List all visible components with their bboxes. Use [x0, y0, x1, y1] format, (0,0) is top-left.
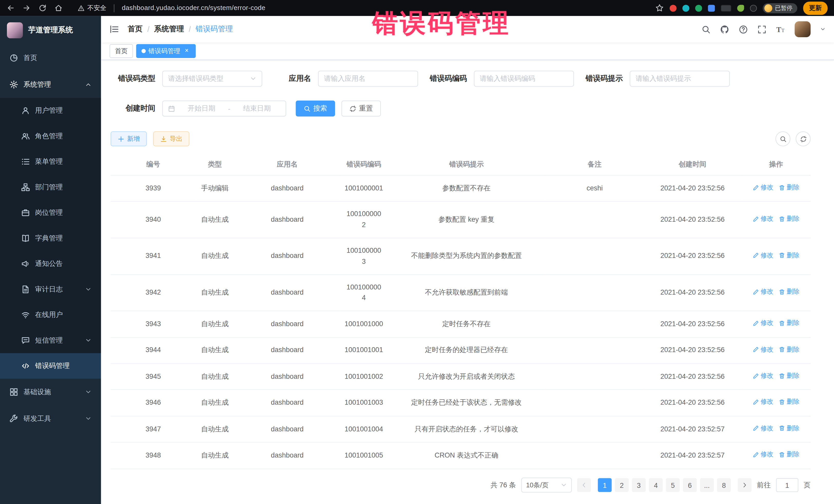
viewport: 不安全 dashboard.yudao.iocoder.cn/system/er… [0, 0, 834, 504]
sidebar-item-infra[interactable]: 基础设施 [0, 379, 101, 406]
page-button-8[interactable]: 8 [717, 478, 731, 492]
bookmark-star-icon[interactable] [655, 4, 664, 12]
prev-page-button[interactable] [577, 478, 591, 492]
tab-error-code[interactable]: 错误码管理× [136, 44, 196, 58]
browser-reload-button[interactable] [38, 4, 47, 12]
page-button-2[interactable]: 2 [615, 478, 629, 492]
cell-ops: 修改删除 [741, 275, 810, 311]
sidebar-item-post[interactable]: 岗位管理 [0, 200, 101, 225]
error-msg-input[interactable]: 请输入错误码提示 [630, 71, 730, 87]
url-text[interactable]: dashboard.yudao.iocoder.cn/system/error-… [122, 4, 266, 12]
delete-button[interactable]: 删除 [778, 344, 799, 355]
goto-page-input[interactable] [776, 478, 798, 492]
extension-icon[interactable] [737, 5, 744, 12]
search-icon[interactable] [702, 25, 710, 34]
edit-button[interactable]: 修改 [753, 182, 773, 193]
sidebar-item-user[interactable]: 用户管理 [0, 98, 101, 123]
sidebar-item-dept[interactable]: 部门管理 [0, 175, 101, 200]
paused-badge[interactable]: 已暂停 [763, 3, 797, 13]
edit-button[interactable]: 修改 [753, 423, 773, 434]
user-avatar[interactable] [795, 21, 811, 37]
sidebar-item-label: 首页 [23, 53, 91, 63]
search-button[interactable]: 搜索 [295, 101, 335, 116]
delete-button[interactable]: 删除 [778, 423, 799, 434]
delete-button[interactable]: 删除 [778, 397, 799, 407]
github-icon[interactable] [720, 25, 729, 34]
app-name-input[interactable]: 请输入应用名 [318, 71, 418, 87]
page-ellipsis[interactable]: ... [700, 478, 714, 492]
sidebar-item-sms[interactable]: 短信管理 [0, 328, 101, 353]
sidebar-item-error-code[interactable]: 错误码管理 [0, 353, 101, 378]
sidebar-collapse-button[interactable] [110, 24, 119, 34]
tab-home[interactable]: 首页 [110, 44, 133, 58]
tab-close-icon[interactable]: × [183, 47, 191, 54]
pencil-icon [753, 252, 759, 259]
breadcrumb-home[interactable]: 首页 [128, 24, 142, 34]
security-warning[interactable]: 不安全 [78, 3, 107, 12]
page-button-1[interactable]: 1 [598, 478, 612, 492]
delete-button[interactable]: 删除 [778, 250, 799, 261]
edit-button[interactable]: 修改 [753, 344, 773, 355]
sidebar-item-audit-log[interactable]: 审计日志 [0, 277, 101, 302]
cell-msg: 定时任务不存在 [387, 311, 546, 337]
fullscreen-icon[interactable] [758, 25, 767, 34]
page-button-6[interactable]: 6 [683, 478, 697, 492]
sidebar-item-role[interactable]: 角色管理 [0, 124, 101, 149]
delete-button[interactable]: 删除 [778, 182, 799, 193]
page-button-5[interactable]: 5 [666, 478, 680, 492]
update-button[interactable]: 更新 [803, 1, 828, 15]
chevron-down-icon[interactable] [820, 27, 826, 32]
column-header: 操作 [741, 154, 810, 175]
sidebar-item-menu[interactable]: 菜单管理 [0, 149, 101, 174]
add-button[interactable]: 新增 [111, 131, 147, 146]
chevron-down-icon [85, 286, 92, 292]
browser-forward-button[interactable] [22, 4, 31, 12]
delete-button[interactable]: 删除 [778, 318, 799, 328]
error-code-input[interactable]: 请输入错误码编码 [474, 71, 574, 87]
delete-button[interactable]: 删除 [778, 450, 799, 460]
edit-button[interactable]: 修改 [753, 450, 773, 460]
next-page-button[interactable] [738, 478, 752, 492]
cell-ops: 修改删除 [741, 238, 810, 275]
delete-button[interactable]: 删除 [778, 214, 799, 224]
refresh-table-button[interactable] [796, 131, 811, 146]
sidebar-item-devtools[interactable]: 研发工具 [0, 405, 101, 432]
export-button[interactable]: 导出 [153, 131, 190, 146]
delete-button[interactable]: 删除 [778, 287, 799, 297]
sidebar-item-dict[interactable]: 字典管理 [0, 225, 101, 251]
extension-icon[interactable] [670, 5, 677, 12]
megaphone-icon [21, 259, 30, 268]
browser-home-button[interactable] [54, 4, 63, 12]
browser-back-button[interactable] [6, 4, 15, 12]
cell-type: 自动生成 [196, 442, 234, 468]
cell-id: 3941 [111, 238, 196, 275]
page-size-select[interactable]: 10条/页 [521, 478, 572, 492]
breadcrumb-system[interactable]: 系统管理 [154, 24, 184, 34]
edit-button[interactable]: 修改 [753, 287, 773, 297]
extension-icon[interactable] [695, 5, 702, 12]
extension-icon[interactable] [750, 5, 757, 12]
toggle-search-button[interactable] [775, 131, 790, 146]
end-date-placeholder: 结束日期 [234, 104, 280, 113]
sidebar-item-online-user[interactable]: 在线用户 [0, 302, 101, 327]
page-button-3[interactable]: 3 [632, 478, 646, 492]
page-button-4[interactable]: 4 [649, 478, 663, 492]
edit-button[interactable]: 修改 [753, 214, 773, 224]
font-size-icon[interactable]: TT [776, 25, 785, 34]
edit-button[interactable]: 修改 [753, 250, 773, 261]
error-type-select[interactable]: 请选择错误码类型 [162, 71, 262, 87]
edit-button[interactable]: 修改 [753, 397, 773, 407]
sidebar-item-home[interactable]: 首页 [0, 45, 101, 71]
extension-icon[interactable] [708, 5, 715, 12]
sidebar-item-system[interactable]: 系统管理 [0, 71, 101, 98]
help-icon[interactable] [739, 25, 748, 34]
edit-button[interactable]: 修改 [753, 318, 773, 328]
extension-icon[interactable] [682, 5, 689, 12]
sidebar-item-notice[interactable]: 通知公告 [0, 251, 101, 277]
date-range-picker[interactable]: 开始日期 - 结束日期 [162, 101, 286, 116]
delete-button[interactable]: 删除 [778, 371, 799, 381]
table-tools [775, 131, 811, 146]
extension-icon[interactable] [721, 5, 731, 12]
reset-button[interactable]: 重置 [342, 101, 381, 116]
edit-button[interactable]: 修改 [753, 371, 773, 381]
